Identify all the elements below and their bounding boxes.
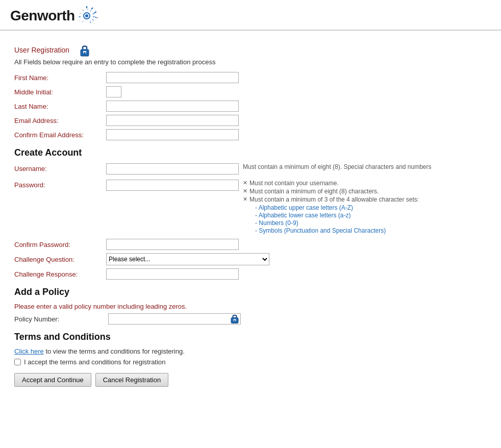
svg-marker-11 — [82, 20, 84, 23]
middle-initial-label: Middle Initial: — [14, 88, 106, 96]
svg-marker-15 — [82, 9, 84, 11]
password-hint-2: ✕ Must contain a minimum of eight (8) ch… — [243, 188, 419, 195]
hint-text-1: Must not contain your username. — [249, 180, 339, 187]
char-set-list: - Alphabetic upper case letters (A-Z) - … — [255, 204, 419, 234]
svg-marker-10 — [86, 21, 87, 24]
policy-hint: Please enter a valid policy number inclu… — [14, 303, 487, 310]
svg-marker-8 — [92, 19, 94, 21]
char-set-2: - Alphabetic lower case letters (a-z) — [255, 212, 419, 219]
email-label: Email Address: — [14, 117, 106, 125]
char-set-3: - Numbers (0-9) — [255, 219, 419, 227]
password-hint-3: ✕ Must contain a minimum of 3 of the 4 a… — [243, 196, 419, 203]
required-note: All Fields below require an entry to com… — [14, 58, 487, 66]
terms-text-post: to view the terms and conditions for reg… — [44, 347, 185, 355]
cancel-registration-button[interactable]: Cancel Registration — [95, 373, 168, 387]
logo-text: Genworth — [10, 8, 75, 24]
svg-marker-12 — [79, 19, 81, 21]
svg-rect-23 — [84, 53, 85, 55]
policy-number-row: Policy Number: — [14, 313, 487, 325]
terms-checkbox[interactable] — [14, 359, 21, 365]
buttons-row: Accept and Continue Cancel Registration — [14, 373, 487, 387]
terms-link[interactable]: Click here — [14, 347, 44, 355]
main-content: User Registration All Fields below requi… — [0, 36, 501, 394]
page-title-row: User Registration — [14, 43, 487, 57]
password-hints: ✕ Must not contain your username. ✕ Must… — [243, 180, 419, 235]
lock-svg — [79, 43, 91, 57]
first-name-label: First Name: — [14, 74, 106, 82]
char-set-dash-1: - — [255, 204, 259, 211]
header-divider — [0, 30, 501, 31]
challenge-question-select[interactable]: Please select... — [106, 253, 269, 265]
x-icon-3: ✕ — [243, 196, 247, 203]
policy-number-input[interactable] — [108, 313, 241, 325]
email-input[interactable] — [106, 115, 239, 126]
x-icon-2: ✕ — [243, 188, 247, 194]
terms-section: Terms and Conditions Click here to view … — [14, 332, 487, 366]
last-name-input[interactable] — [106, 101, 239, 112]
terms-text: Click here to view the terms and conditi… — [14, 347, 487, 355]
username-row: Username: Must contain a minimum of eigh… — [14, 163, 487, 175]
challenge-question-label: Challenge Question: — [14, 256, 106, 263]
password-hint-1: ✕ Must not contain your username. — [243, 180, 419, 187]
char-set-4: - Symbols (Punctuation and Special Chara… — [255, 227, 419, 234]
svg-marker-14 — [79, 12, 82, 14]
password-input-wrap — [106, 180, 239, 191]
char-set-text-4: Symbols (Punctuation and Special Charact… — [259, 227, 386, 234]
add-policy-heading: Add a Policy — [14, 287, 487, 297]
lock-icon — [78, 43, 92, 57]
challenge-question-row: Challenge Question: Please select... — [14, 253, 487, 265]
terms-heading: Terms and Conditions — [14, 332, 487, 342]
username-hint: Must contain a minimum of eight (8). Spe… — [243, 163, 432, 170]
username-right: Must contain a minimum of eight (8). Spe… — [106, 163, 432, 175]
char-set-1: - Alphabetic upper case letters (A-Z) — [255, 204, 419, 211]
terms-checkbox-row: I accept the terms and conditions for re… — [14, 358, 487, 366]
confirm-password-label: Confirm Password: — [14, 241, 106, 248]
svg-marker-13 — [78, 16, 81, 17]
password-input[interactable] — [106, 180, 239, 191]
logo-dot: . — [96, 12, 98, 20]
password-row: Password: ✕ Must not contain your userna… — [14, 180, 487, 235]
char-set-text-1: Alphabetic upper case letters (A-Z) — [259, 204, 353, 211]
svg-point-18 — [85, 14, 88, 17]
middle-initial-row: Middle Initial: — [14, 86, 487, 97]
svg-point-26 — [234, 320, 236, 321]
svg-marker-7 — [92, 16, 95, 17]
logo: Genworth — [10, 6, 98, 26]
hint-text-2: Must contain a minimum of eight (8) char… — [249, 188, 379, 195]
svg-rect-21 — [82, 49, 87, 51]
logo-star-icon — [77, 6, 96, 26]
policy-number-label: Policy Number: — [14, 315, 106, 323]
confirm-email-input[interactable] — [106, 129, 239, 140]
last-name-row: Last Name: — [14, 101, 487, 112]
char-set-dash-2: - — [255, 212, 259, 219]
policy-input-wrap — [108, 313, 241, 325]
confirm-password-row: Confirm Password: — [14, 239, 487, 250]
username-input[interactable] — [106, 163, 239, 175]
confirm-email-label: Confirm Email Address: — [14, 131, 106, 139]
page-title: User Registration — [14, 46, 69, 54]
page-header: Genworth — [0, 0, 501, 30]
create-account-heading: Create Account — [14, 147, 487, 158]
confirm-email-row: Confirm Email Address: — [14, 129, 487, 140]
username-label: Username: — [14, 163, 106, 172]
accept-continue-button[interactable]: Accept and Continue — [14, 373, 91, 387]
first-name-row: First Name: — [14, 72, 487, 83]
email-row: Email Address: — [14, 115, 487, 126]
svg-line-1 — [91, 8, 93, 9]
last-name-label: Last Name: — [14, 103, 106, 110]
first-name-input[interactable] — [106, 72, 239, 83]
challenge-response-label: Challenge Response: — [14, 270, 106, 278]
hint-text-3: Must contain a minimum of 3 of the 4 all… — [249, 196, 419, 203]
char-set-text-2: Alphabetic lower case letters (a-z) — [259, 212, 351, 219]
char-set-text-3: Numbers (0-9) — [259, 219, 298, 227]
svg-marker-9 — [89, 20, 91, 23]
x-icon-1: ✕ — [243, 180, 247, 186]
challenge-response-input[interactable] — [106, 268, 239, 280]
terms-checkbox-label: I accept the terms and conditions for re… — [24, 358, 165, 366]
middle-initial-input[interactable] — [106, 86, 121, 97]
password-label: Password: — [14, 180, 106, 189]
confirm-password-input[interactable] — [106, 239, 239, 250]
policy-lock-icon — [230, 313, 240, 326]
challenge-response-row: Challenge Response: — [14, 268, 487, 280]
